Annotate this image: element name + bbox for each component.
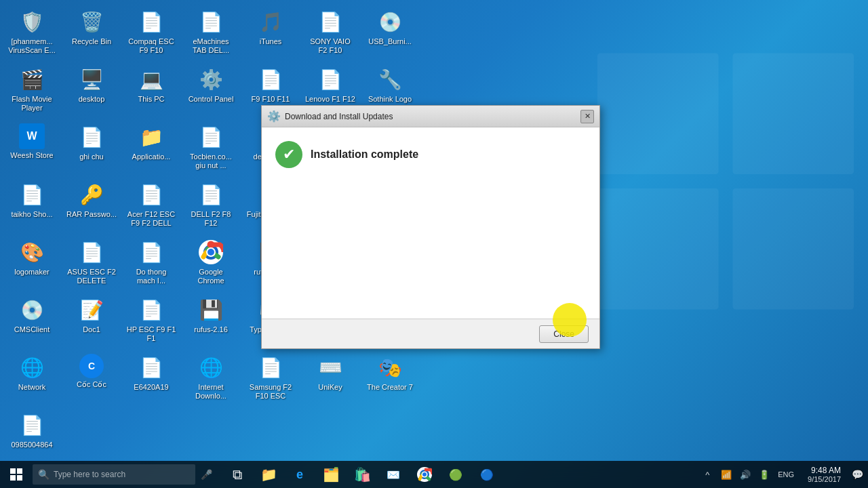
icon-this-pc[interactable]: 💻 This PC <box>123 62 179 119</box>
clock-time: 9:48 AM <box>811 466 841 475</box>
notification-button[interactable]: 💬 <box>846 461 868 488</box>
close-button[interactable]: Close <box>539 325 589 343</box>
search-icon: 🔍 <box>38 469 50 480</box>
icon-rufus2[interactable]: 💾 rufus-2.16 <box>183 292 239 350</box>
dialog-status-row: ✔ Installation complete <box>275 141 586 168</box>
taskbar-search-box[interactable]: 🔍 Type here to search <box>33 464 195 485</box>
icon-google-chrome[interactable]: Google Chrome <box>183 235 239 292</box>
icon-dell-f2f8[interactable]: 📄 DELL F2 F8 F12 <box>183 177 239 235</box>
icon-recycle-bin[interactable]: 🗑️ Recycle Bin <box>64 4 119 62</box>
icon-internet-downloader[interactable]: 🌐 Internet Downlo... <box>183 350 239 407</box>
icon-hp-esc[interactable]: 📄 HP ESC F9 F1 F1 <box>123 292 179 350</box>
svg-point-8 <box>208 249 214 256</box>
icon-usb-burning[interactable]: 💿 USB_Burni... <box>362 4 418 62</box>
store-button[interactable]: 🛍️ <box>347 461 377 488</box>
tray-expand-button[interactable]: ^ <box>699 466 715 483</box>
tray-language[interactable]: ENG <box>775 470 797 479</box>
svg-rect-12 <box>17 475 22 481</box>
dialog-title-text: Download and Install Updates <box>285 112 576 121</box>
icon-cmsclient[interactable]: 💿 CMSClient <box>4 292 60 350</box>
icon-do-thong[interactable]: 📄 Do thong mach I... <box>123 235 179 292</box>
icon-the-creator[interactable]: 🎭 The Creator 7 <box>362 350 418 407</box>
icon-emachines[interactable]: 📄 eMachines TAB DEL... <box>183 4 239 62</box>
taskbar-clock[interactable]: 9:48 AM 9/15/2017 <box>802 461 846 488</box>
icon-sony-vaio[interactable]: 📄 SONY VAIO F2 F10 <box>302 4 358 62</box>
mail-button[interactable]: ✉️ <box>378 461 408 488</box>
tray-battery-icon[interactable]: 🔋 <box>756 466 772 483</box>
icon-compaq[interactable]: 📄 Compaq ESC F9 F10 <box>123 4 179 62</box>
icon-itunes[interactable]: 🎵 iTunes <box>243 4 298 62</box>
dialog-footer: Close <box>262 319 599 348</box>
svg-rect-2 <box>597 188 719 310</box>
icon-samsung-f2[interactable]: 📄 Samsung F2 F10 ESC <box>243 350 298 407</box>
icon-applications[interactable]: 📁 Applicatio... <box>123 119 179 177</box>
svg-rect-1 <box>733 54 854 175</box>
icon-desktop[interactable]: 🖥️ desktop <box>64 62 119 119</box>
icon-network[interactable]: 🌐 Network <box>4 350 60 407</box>
file-manager-button[interactable]: 🗂️ <box>316 461 346 488</box>
taskbar-tray: ^ 📶 🔊 🔋 ENG <box>694 461 802 488</box>
clock-date: 9/15/2017 <box>808 475 841 483</box>
tray-network-icon[interactable]: 📶 <box>718 466 734 483</box>
icon-coc-coc[interactable]: C Cốc Cốc <box>64 350 119 407</box>
svg-rect-11 <box>10 475 16 481</box>
svg-point-16 <box>422 472 427 476</box>
icon-phanmem[interactable]: 🛡️ [phanmem... VirusScan E... <box>4 4 60 62</box>
icon-control-panel[interactable]: ⚙️ Control Panel <box>183 62 239 119</box>
svg-rect-10 <box>17 468 22 474</box>
svg-rect-3 <box>733 188 854 310</box>
icon-rar-password[interactable]: 🔑 RAR Passwo... <box>64 177 119 235</box>
icon-ghi-chu[interactable]: 📄 ghi chu <box>64 119 119 177</box>
icon-acer[interactable]: 📄 Acer F12 ESC F9 F2 DELL <box>123 177 179 235</box>
icon-weesh[interactable]: W Weesh Store <box>4 119 60 177</box>
task-view-button[interactable]: ⧉ <box>222 461 252 488</box>
windows-logo-watermark <box>583 0 868 434</box>
blue-app-button[interactable]: 🔵 <box>472 461 502 488</box>
taskbar-apps: ⧉ 📁 e 🗂️ 🛍️ ✉️ 🟢 🔵 <box>222 461 502 488</box>
dialog-status-text: Installation complete <box>311 148 418 161</box>
start-button[interactable] <box>0 461 33 488</box>
dialog-body: ✔ Installation complete <box>262 127 599 319</box>
update-dialog: ⚙️ Download and Install Updates ✕ ✔ Inst… <box>261 105 600 349</box>
search-placeholder: Type here to search <box>54 470 125 479</box>
taskbar-mic-button[interactable]: 🎤 <box>195 461 217 488</box>
dialog-titlebar: ⚙️ Download and Install Updates ✕ <box>262 106 599 127</box>
icon-e6420a19[interactable]: 📄 E6420A19 <box>123 350 179 407</box>
file-explorer-button[interactable]: 📁 <box>254 461 283 488</box>
svg-rect-9 <box>10 468 16 474</box>
green-app-button[interactable]: 🟢 <box>441 461 471 488</box>
icon-0985[interactable]: 📄 0985004864 <box>4 407 60 465</box>
icon-doc1[interactable]: 📝 Doc1 <box>64 292 119 350</box>
dialog-status-icon: ✔ <box>275 141 302 168</box>
icon-flash-movie[interactable]: 🎬 Flash Movie Player <box>4 62 60 119</box>
icon-unikey[interactable]: ⌨️ UniKey <box>302 350 358 407</box>
icon-asus[interactable]: 📄 ASUS ESC F2 DELETE <box>64 235 119 292</box>
desktop: 🛡️ [phanmem... VirusScan E... 🗑️ Recycle… <box>0 0 868 488</box>
icon-tocbien[interactable]: 📄 Tocbien.co... giu nut ... <box>183 119 239 177</box>
tray-volume-icon[interactable]: 🔊 <box>737 466 753 483</box>
edge-browser-button[interactable]: e <box>285 461 315 488</box>
chrome-taskbar-button[interactable] <box>410 461 439 488</box>
dialog-close-button[interactable]: ✕ <box>580 110 594 123</box>
svg-rect-0 <box>597 54 719 175</box>
dialog-title-icon: ⚙️ <box>267 110 281 123</box>
icon-taikho[interactable]: 📄 taikho Sho... <box>4 177 60 235</box>
taskbar: 🔍 Type here to search 🎤 ⧉ 📁 e 🗂️ 🛍️ ✉️ <box>0 461 868 488</box>
icon-logomaker[interactable]: 🎨 logomaker <box>4 235 60 292</box>
